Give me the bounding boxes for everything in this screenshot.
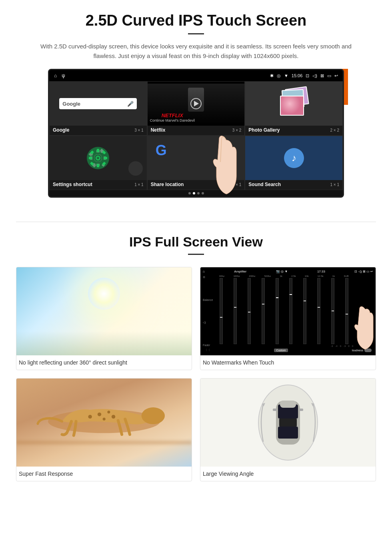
bar-handle-8: [318, 307, 320, 308]
svg-rect-4: [104, 157, 107, 159]
eq-freq-100: 100hz: [233, 275, 240, 277]
app-cell-settings[interactable]: Settings shortcut 1 × 1: [49, 136, 147, 190]
app-cell-google[interactable]: Google 🎤 Google 3 × 1: [49, 81, 147, 136]
window-icon[interactable]: ▭: [327, 73, 331, 78]
google-app-name: Google: [53, 127, 69, 133]
app-grid-row1: Google 🎤 Google 3 × 1: [49, 81, 343, 136]
car-image: [200, 379, 376, 467]
bar-handle-10: [346, 314, 348, 315]
netflix-cell-bg: NETFLIX Continue Marvel's Daredevil: [148, 82, 245, 126]
settings-app-name: Settings shortcut: [53, 182, 92, 187]
bar-handle-1: [220, 317, 222, 318]
eq-freq-1k2: 1k: [332, 275, 335, 277]
eq-bar-5: [271, 278, 284, 344]
app-cell-photos[interactable]: Photo Gallery 2 × 2: [245, 81, 343, 136]
svg-point-17: [112, 415, 115, 419]
bar-handle-4: [262, 304, 264, 305]
car-view-circle: [256, 383, 320, 463]
feature-grid: No light reflecting under 360° direct su…: [16, 267, 376, 481]
google-cell-bg: Google 🎤: [50, 82, 147, 126]
eq-bars-area: 60hz 100hz 200hz 500hz 1k 2.5k 10k 12.5k…: [215, 275, 353, 347]
eq-bar-6: [285, 278, 298, 344]
hand-pointing-icon: [202, 128, 250, 198]
eq-main: ⚙ Balance ◁) Fader 60hz 100hz 200hz 500h: [203, 275, 373, 347]
bar-handle-3: [248, 312, 250, 313]
eq-fader-label: Fader: [203, 344, 213, 347]
app-grid-row2: Settings shortcut 1 × 1 G: [49, 136, 343, 190]
eq-home-icon: ⌂: [203, 270, 205, 273]
photos-app-size: 2 × 2: [330, 128, 339, 132]
eq-freq-60: 60hz: [219, 275, 224, 277]
sun-burst: [88, 278, 120, 310]
svg-rect-2: [97, 164, 99, 167]
volume-icon[interactable]: ◁): [312, 73, 317, 78]
bar-handle-6: [290, 294, 292, 295]
eq-freq-500: 500hz: [264, 275, 271, 277]
pagination-dots: [49, 190, 343, 196]
device-mockup: Screen Size 9" ⌂ ψ ✱ ◎ ▼ 15:06 ⊡ ◁) ⊠: [48, 69, 344, 198]
settings-cell-bg: [50, 136, 147, 180]
eq-right-icons: ⊡ ◁) ⊠ ▭ ↩: [354, 270, 373, 273]
svg-point-11: [97, 157, 99, 159]
cheetah-icon: [34, 393, 174, 440]
eq-icons: 📷 ◎ ▼: [276, 270, 288, 273]
eq-freq-200: 200hz: [249, 275, 255, 277]
svg-point-15: [98, 413, 101, 416]
eq-bar-9: [326, 278, 339, 344]
cheetah-image: [16, 379, 192, 467]
close-icon[interactable]: ⊠: [320, 73, 324, 78]
google-mic-icon: 🎤: [127, 101, 134, 107]
svg-point-12: [128, 161, 143, 176]
eq-volume-icon: ◁): [203, 321, 213, 324]
app-cell-share[interactable]: G Share location 1 × 1: [147, 136, 245, 190]
google-label-row: Google 3 × 1: [50, 126, 147, 135]
photo-card-3: [280, 96, 304, 116]
eq-time: 17:33: [317, 270, 325, 273]
camera-icon[interactable]: ⊡: [306, 73, 309, 78]
eq-custom-btn[interactable]: Custom: [274, 349, 288, 352]
bluetooth-icon: ✱: [270, 73, 274, 78]
home-icon[interactable]: ⌂: [54, 73, 57, 78]
bar-handle-5: [276, 297, 278, 298]
google-search-bar[interactable]: Google 🎤: [59, 98, 137, 109]
eq-bar-3: [243, 278, 256, 344]
status-bar-left: ⌂ ψ: [54, 73, 65, 78]
netflix-play-button[interactable]: [190, 98, 202, 109]
section2-ips: IPS Full Screen View No light reflecting…: [0, 222, 392, 489]
eq-left-labels: ⚙ Balance ◁) Fader: [203, 275, 215, 347]
settings-cell-content: [50, 136, 147, 180]
feature-card-sunlight: No light reflecting under 360° direct su…: [16, 267, 192, 370]
svg-point-19: [88, 415, 92, 419]
sunlight-bg: [16, 267, 192, 355]
device-screen: ⌂ ψ ✱ ◎ ▼ 15:06 ⊡ ◁) ⊠ ▭ ↩: [48, 69, 344, 198]
feature-card-car: Large Viewing Angle: [200, 378, 376, 481]
eq-freq-labels: 60hz 100hz 200hz 500hz 1k 2.5k 10k 12.5k…: [215, 275, 353, 277]
eq-freq-10k: 10k: [305, 275, 309, 277]
sound-cell-content: ♪: [245, 136, 342, 180]
app-cell-netflix[interactable]: NETFLIX Continue Marvel's Daredevil Netf…: [147, 81, 245, 136]
svg-rect-3: [89, 157, 92, 159]
ground-gradient: [16, 331, 192, 355]
play-triangle: [194, 101, 199, 106]
bar-handle-2: [234, 307, 236, 308]
app-cell-sound[interactable]: ♪ Sound Search 1 × 1: [245, 136, 343, 190]
sound-cell-bg: ♪: [245, 136, 342, 180]
eq-label-icon: ⚙: [203, 276, 213, 279]
google-cell-content: Google 🎤: [50, 82, 147, 126]
eq-title: Amplifier: [234, 270, 246, 273]
back-icon[interactable]: ↩: [334, 73, 338, 78]
time-display: 15:06: [292, 73, 303, 78]
eq-freq-125k: 12.5k: [318, 275, 324, 277]
cheetah-bg: [16, 379, 192, 467]
photos-cell-content: [245, 82, 342, 126]
view-angle-arrows: [257, 384, 319, 462]
eq-bar-1: [215, 278, 228, 344]
dot-1: [188, 192, 191, 194]
svg-rect-1: [97, 149, 99, 152]
usb-icon: ψ: [62, 73, 65, 78]
bar-handle-7: [304, 301, 306, 301]
netflix-subtitle: Continue Marvel's Daredevil: [150, 118, 195, 122]
settings-label-row: Settings shortcut 1 × 1: [50, 180, 147, 190]
sunlight-caption: No light reflecting under 360° direct su…: [16, 355, 192, 370]
eq-bar-4: [257, 278, 270, 344]
